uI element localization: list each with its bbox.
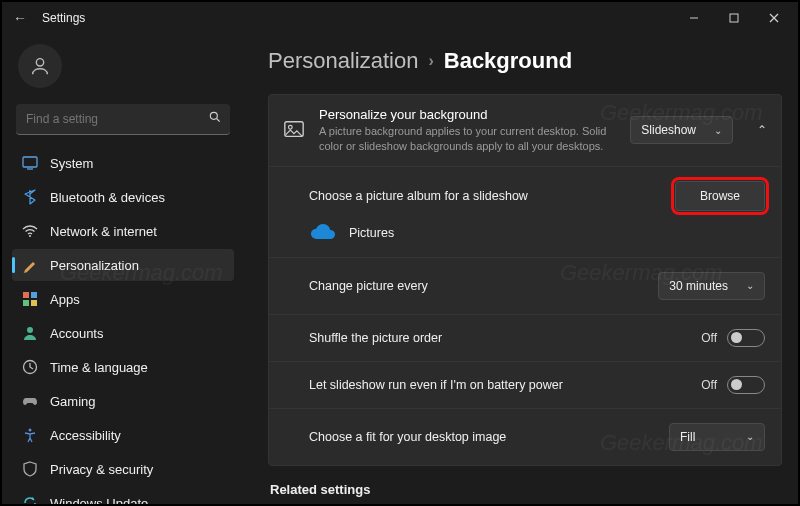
picture-icon (283, 119, 305, 141)
folder-name: Pictures (349, 226, 394, 240)
sidebar-item-label: Time & language (50, 360, 148, 375)
window-title: Settings (42, 11, 85, 25)
search-icon (208, 110, 222, 128)
sidebar-item-apps[interactable]: Apps (12, 283, 234, 315)
selected-folder[interactable]: Pictures (309, 223, 765, 243)
interval-label: Change picture every (309, 279, 658, 293)
battery-toggle[interactable] (727, 376, 765, 394)
sidebar-item-update[interactable]: Windows Update (12, 487, 234, 504)
svg-rect-13 (31, 300, 37, 306)
accounts-icon (22, 325, 38, 341)
search-input[interactable] (16, 104, 230, 135)
sidebar-item-time[interactable]: Time & language (12, 351, 234, 383)
fit-dropdown[interactable]: Fill ⌄ (669, 423, 765, 451)
sidebar-item-label: System (50, 156, 93, 171)
collapse-button[interactable]: ⌃ (757, 123, 767, 137)
gaming-icon (22, 393, 38, 409)
sidebar-item-network[interactable]: Network & internet (12, 215, 234, 247)
chevron-down-icon: ⌄ (746, 431, 754, 442)
background-mode-dropdown[interactable]: Slideshow ⌄ (630, 116, 733, 144)
breadcrumb-current: Background (444, 48, 572, 74)
svg-point-14 (27, 327, 33, 333)
sidebar-item-personalization[interactable]: Personalization (12, 249, 234, 281)
personalization-icon (22, 257, 38, 273)
svg-point-5 (210, 112, 217, 119)
personalize-heading: Personalize your background (319, 107, 616, 122)
breadcrumb: Personalization › Background (268, 48, 782, 74)
chevron-down-icon: ⌄ (714, 125, 722, 136)
sidebar-item-gaming[interactable]: Gaming (12, 385, 234, 417)
avatar[interactable] (18, 44, 62, 88)
svg-rect-11 (31, 292, 37, 298)
sidebar-item-privacy[interactable]: Privacy & security (12, 453, 234, 485)
sidebar-item-system[interactable]: System (12, 147, 234, 179)
album-label: Choose a picture album for a slideshow (309, 189, 675, 203)
shuffle-label: Shuffle the picture order (309, 331, 701, 345)
sidebar-item-label: Accounts (50, 326, 103, 341)
svg-point-9 (29, 235, 31, 237)
breadcrumb-parent[interactable]: Personalization (268, 48, 418, 74)
related-settings-heading: Related settings (270, 482, 782, 497)
maximize-button[interactable] (714, 4, 754, 32)
svg-rect-10 (23, 292, 29, 298)
svg-point-4 (36, 59, 43, 66)
shuffle-toggle[interactable] (727, 329, 765, 347)
sidebar-item-label: Accessibility (50, 428, 121, 443)
browse-button[interactable]: Browse (675, 181, 765, 211)
minimize-button[interactable] (674, 4, 714, 32)
accessibility-icon (22, 427, 38, 443)
fit-label: Choose a fit for your desktop image (309, 430, 669, 444)
sidebar-item-label: Gaming (50, 394, 96, 409)
onedrive-icon (309, 223, 337, 243)
svg-line-6 (217, 119, 220, 122)
sidebar-item-bluetooth[interactable]: Bluetooth & devices (12, 181, 234, 213)
svg-point-16 (29, 429, 32, 432)
shield-icon (22, 461, 38, 477)
svg-rect-7 (23, 157, 37, 167)
apps-icon (22, 291, 38, 307)
battery-label: Let slideshow run even if I'm on battery… (309, 378, 701, 392)
svg-point-18 (289, 126, 293, 130)
sidebar-item-label: Privacy & security (50, 462, 153, 477)
update-icon (22, 495, 38, 504)
sidebar-item-label: Personalization (50, 258, 139, 273)
shuffle-state: Off (701, 331, 717, 345)
sidebar-item-label: Bluetooth & devices (50, 190, 165, 205)
sidebar-item-accounts[interactable]: Accounts (12, 317, 234, 349)
close-button[interactable] (754, 4, 794, 32)
sidebar-item-label: Apps (50, 292, 80, 307)
back-button[interactable]: ← (6, 10, 34, 26)
wifi-icon (22, 223, 38, 239)
battery-state: Off (701, 378, 717, 392)
sidebar-item-label: Network & internet (50, 224, 157, 239)
personalize-subtitle: A picture background applies to your cur… (319, 124, 616, 154)
sidebar-item-label: Windows Update (50, 496, 148, 505)
chevron-right-icon: › (428, 52, 433, 70)
interval-dropdown[interactable]: 30 minutes ⌄ (658, 272, 765, 300)
clock-icon (22, 359, 38, 375)
bluetooth-icon (22, 189, 38, 205)
system-icon (22, 155, 38, 171)
svg-rect-1 (730, 14, 738, 22)
sidebar-item-accessibility[interactable]: Accessibility (12, 419, 234, 451)
svg-rect-12 (23, 300, 29, 306)
chevron-down-icon: ⌄ (746, 280, 754, 291)
